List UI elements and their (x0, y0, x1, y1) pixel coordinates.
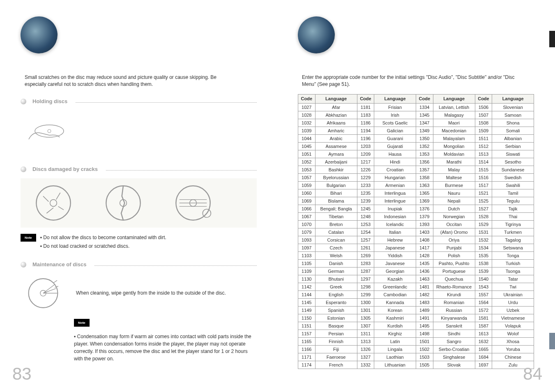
language-cell: Aymara (315, 150, 357, 158)
language-cell: Russian (433, 306, 475, 314)
table-row: 1051Aymara1209Hausa1353Moldavian1513Sisw… (298, 150, 534, 158)
language-cell: Burmese (433, 181, 475, 189)
code-cell: 1079 (298, 228, 315, 236)
language-cell: Afrikaans (315, 119, 357, 127)
code-cell: 1393 (416, 220, 433, 228)
code-cell: 1327 (357, 353, 374, 361)
code-cell: 1254 (357, 228, 374, 236)
table-row: 1166Fiji1326Lingala1502Serbo-Croatian166… (298, 345, 534, 353)
language-cell: Lithuanian (374, 361, 416, 369)
language-cell: Kirundi (433, 291, 475, 298)
language-cell: Armenian (374, 181, 416, 189)
code-cell: 1248 (357, 212, 374, 220)
code-cell: 1363 (416, 181, 433, 189)
language-cell: Chinese (492, 353, 534, 361)
code-cell: 1613 (475, 330, 492, 337)
table-row: 1149Spanish1301Korean1489Russian1572Uzbe… (298, 306, 534, 314)
code-cell: 1482 (416, 291, 433, 298)
language-cell: Tonga (492, 251, 534, 259)
code-cell: 1144 (298, 291, 315, 298)
table-row: 1066Bengali; Bangla1245Inupiak1376Dutch1… (298, 205, 534, 212)
language-cell: Turkmen (492, 228, 534, 236)
code-cell: 1283 (357, 259, 374, 267)
table-row: 1070Breton1253Icelandic1393Occitan1529Ti… (298, 220, 534, 228)
code-cell: 1060 (298, 189, 315, 197)
table-row: 1144English1299Cambodian1482Kirundi1557U… (298, 291, 534, 298)
language-cell: Gujarati (374, 142, 416, 150)
table-row: 1103Welsh1269Yiddish1428Polish1535Tonga (298, 251, 534, 259)
code-cell: 1528 (475, 212, 492, 220)
code-cell: 1632 (475, 337, 492, 345)
code-cell: 1287 (357, 267, 374, 275)
language-cell: Inupiak (374, 205, 416, 212)
code-cell: 1347 (416, 119, 433, 127)
code-cell: 1463 (416, 275, 433, 283)
language-cell: Malay (433, 166, 475, 173)
language-cell: Thai (492, 212, 534, 220)
language-cell: French (315, 361, 357, 369)
language-cell: Siswati (492, 150, 534, 158)
code-cell: 1540 (475, 275, 492, 283)
code-cell: 1507 (475, 111, 492, 119)
language-cell: Tibetan (315, 212, 357, 220)
language-cell: (Afan) Oromo (433, 228, 475, 236)
note-label: Note (21, 234, 36, 242)
language-cell: Volapuk (492, 322, 534, 330)
language-cell: Esperanto (315, 298, 357, 306)
language-cell: Tagalog (492, 236, 534, 244)
side-tab (549, 333, 555, 349)
code-cell: 1297 (357, 275, 374, 283)
note-item: Do not allow the discs to become contami… (40, 234, 166, 241)
code-cell: 1109 (298, 267, 315, 275)
language-cell: Setswana (492, 244, 534, 251)
svg-point-4 (106, 186, 140, 220)
code-cell: 1142 (298, 283, 315, 291)
code-cell: 1358 (416, 173, 433, 181)
language-cell: German (315, 267, 357, 275)
language-cell: Shona (492, 119, 534, 127)
code-cell: 1150 (298, 314, 315, 322)
table-row: 1067Tibetan1248Indonesian1379Norwegian15… (298, 212, 534, 220)
code-cell: 1436 (416, 267, 433, 275)
code-cell: 1269 (357, 251, 374, 259)
code-cell: 1149 (298, 306, 315, 314)
section-maintenance: Maintenance of discs (21, 261, 257, 267)
table-row: 1057Byelorussian1229Hungarian1358Maltese… (298, 173, 534, 181)
code-cell: 1350 (416, 134, 433, 142)
table-row: 1157Persian1311Kirghiz1498Sindhi1613Wolo… (298, 330, 534, 337)
language-cell: Kazakh (374, 275, 416, 283)
code-cell: 1194 (357, 127, 374, 134)
table-row: 1032Afrikaans1186Scots Gaelic1347Maori15… (298, 119, 534, 127)
code-cell: 1428 (416, 251, 433, 259)
code-cell: 1417 (416, 244, 433, 251)
language-cell: Tatar (492, 275, 534, 283)
language-cell: Quechua (433, 275, 475, 283)
table-row: 1079Catalan1254Italian1403(Afan) Oromo15… (298, 228, 534, 236)
language-cell: Guarani (374, 134, 416, 142)
language-cell: Javanese (374, 259, 416, 267)
code-cell: 1326 (357, 345, 374, 353)
language-cell: Kirghiz (374, 330, 416, 337)
code-cell: 1581 (475, 314, 492, 322)
code-cell: 1512 (475, 142, 492, 150)
language-cell: Lingala (374, 345, 416, 353)
code-cell: 1517 (475, 181, 492, 189)
language-cell: Cambodian (374, 291, 416, 298)
code-cell: 1057 (298, 173, 315, 181)
language-cell: Amharic (315, 127, 357, 134)
code-cell: 1301 (357, 306, 374, 314)
code-cell: 1103 (298, 251, 315, 259)
language-cell: Dutch (433, 205, 475, 212)
language-cell: Oriya (433, 236, 475, 244)
code-cell: 1564 (475, 298, 492, 306)
language-cell: Corsican (315, 236, 357, 244)
code-cell: 1053 (298, 166, 315, 173)
code-cell: 1697 (475, 361, 492, 369)
damaged-disc-illustrations (21, 178, 257, 228)
code-cell: 1181 (357, 103, 374, 111)
language-cell: Uzbek (492, 306, 534, 314)
language-cell: Bengali; Bangla (315, 205, 357, 212)
code-cell: 1503 (416, 353, 433, 361)
language-cell: Ukrainian (492, 291, 534, 298)
code-cell: 1226 (357, 166, 374, 173)
